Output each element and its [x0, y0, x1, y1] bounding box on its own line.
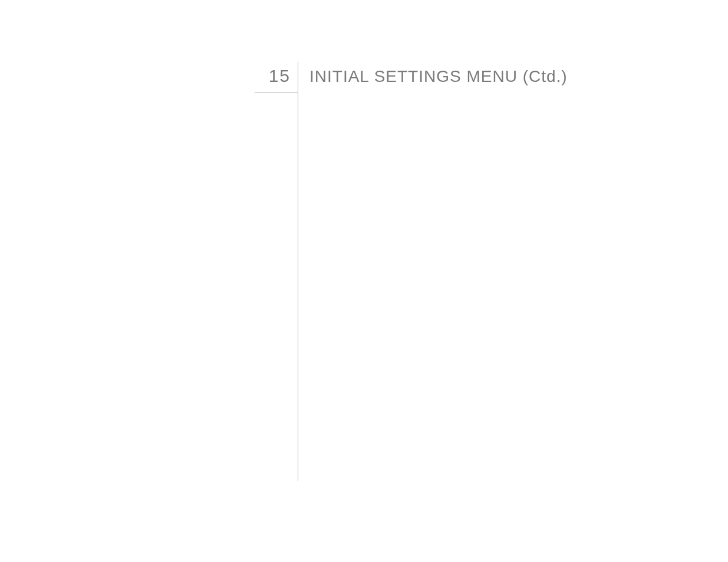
page-content: 15 INITIAL SETTINGS MENU (Ctd.)	[255, 62, 703, 481]
section-title: INITIAL SETTINGS MENU (Ctd.)	[309, 67, 568, 86]
section-number: 15	[255, 66, 291, 86]
section-number-underline	[255, 92, 298, 92]
vertical-divider	[298, 62, 298, 481]
